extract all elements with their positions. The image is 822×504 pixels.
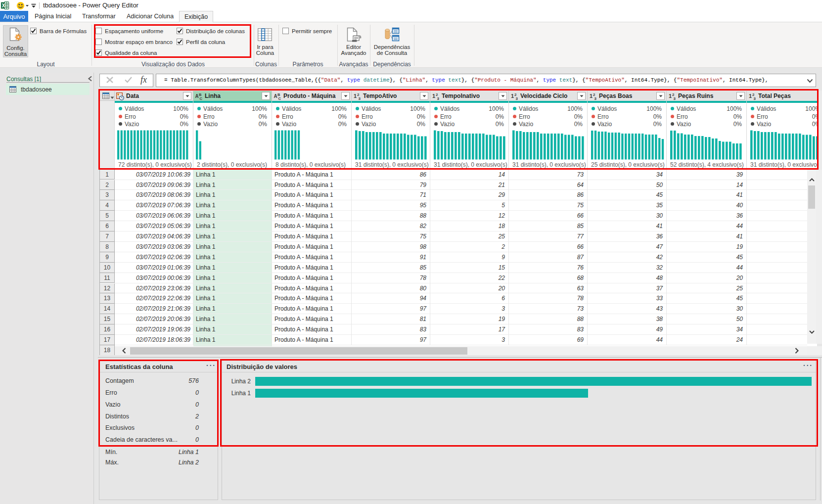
svg-text:X: X (2, 3, 5, 8)
